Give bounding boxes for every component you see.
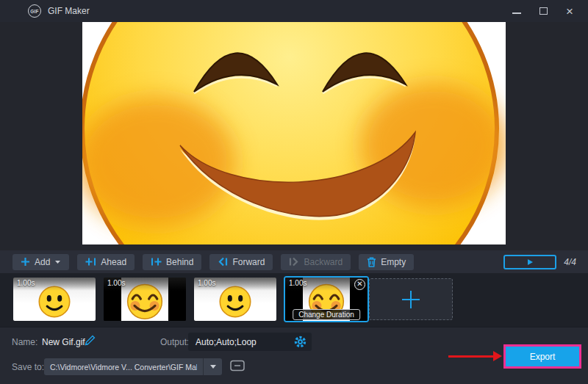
closed-eyes-smiley-icon [123,280,166,321]
close-button[interactable]: × [562,3,578,19]
frame-duration-label: 1.00s [107,279,125,287]
plus-icon [400,289,422,311]
annotation-arrow-head [493,351,502,361]
frame-timeline: 1.00s 1.00s [0,273,588,327]
gif-maker-window: GIF GIF Maker × [0,0,588,384]
behind-button[interactable]: Behind [143,254,201,270]
output-settings-field[interactable]: Auto;Auto;Loop [188,333,312,351]
caret-down-icon [209,364,217,369]
minimize-button[interactable] [509,3,525,19]
folder-icon [230,360,245,372]
annotation-arrow [448,355,495,358]
output-label: Output: [160,337,189,347]
trash-icon [367,257,376,267]
forward-label: Forward [232,257,265,267]
ahead-button[interactable]: Ahead [77,254,135,270]
save-path-value: C:\Vidmore\Vidmore V... Converter\GIF Ma… [50,363,197,372]
save-to-label: Save to: [12,362,44,372]
behind-label: Behind [166,257,193,267]
insert-ahead-icon [85,257,96,267]
plus-icon [21,257,30,267]
gear-icon[interactable] [294,336,306,348]
gif-preview-canvas [82,22,506,244]
move-forward-icon [218,257,228,267]
app-title: GIF Maker [48,6,90,16]
timeline-frame-3[interactable]: 1.00s [194,278,276,321]
remove-frame-button[interactable]: ✕ [354,279,365,290]
play-button[interactable] [503,255,556,269]
add-label: Add [35,257,50,267]
add-button[interactable]: Add [12,254,69,270]
timeline-frame-1[interactable]: 1.00s [13,278,96,321]
move-backward-icon [289,257,299,267]
backward-label: Backward [304,257,343,267]
frame-counter: 4/4 [564,257,576,267]
gif-logo-icon: GIF [28,4,41,18]
pencil-edit-icon [84,334,96,347]
export-annotation-highlight: Export [503,344,581,369]
backward-button[interactable]: Backward [281,254,351,270]
thumbnail-letterbox [121,278,169,321]
timeline-frame-2[interactable]: 1.00s [104,278,186,321]
titlebar: GIF GIF Maker × [0,0,588,22]
play-icon [526,258,534,267]
edit-name-button[interactable] [82,334,97,349]
output-value: Auto;Auto;Loop [196,337,257,347]
open-eyes-smiley-icon [215,281,255,321]
footer-panel: Name: New Gif.gif Output: Auto;Auto;Loop… [0,327,588,384]
ahead-label: Ahead [101,257,126,267]
caret-down-icon [54,260,61,264]
browse-folder-button[interactable] [227,358,248,375]
frame-duration-label: 1.00s [17,279,35,287]
close-circle-icon: ✕ [356,280,362,288]
gif-name-value: New Gif.gif [42,337,85,347]
open-eyes-smiley-icon [35,281,74,321]
change-duration-button[interactable]: Change Duration [293,309,360,320]
insert-behind-icon [151,257,162,267]
minimize-icon [512,12,521,14]
name-label: Name: [12,337,37,347]
close-icon: × [566,5,573,18]
save-path-dropdown[interactable]: C:\Vidmore\Vidmore V... Converter\GIF Ma… [44,358,222,375]
frame-toolbar: Add Ahead Behind Forward Backward Empty [0,250,588,273]
frame-duration-label: 1.00s [198,279,215,287]
add-frame-tile[interactable] [369,278,453,320]
maximize-button[interactable] [535,3,551,19]
maximize-icon [539,7,548,15]
frame-duration-label: 1.00s [289,279,306,287]
forward-button[interactable]: Forward [209,254,273,270]
timeline-frame-4-selected[interactable]: 1.00s ✕ Change Duration [285,278,368,321]
dropdown-arrow[interactable] [203,358,222,375]
window-controls: × [509,3,578,19]
smiley-preview-image [82,22,506,244]
empty-label: Empty [381,257,406,267]
empty-button[interactable]: Empty [359,254,414,270]
preview-area [0,22,588,250]
export-button[interactable]: Export [506,347,579,366]
